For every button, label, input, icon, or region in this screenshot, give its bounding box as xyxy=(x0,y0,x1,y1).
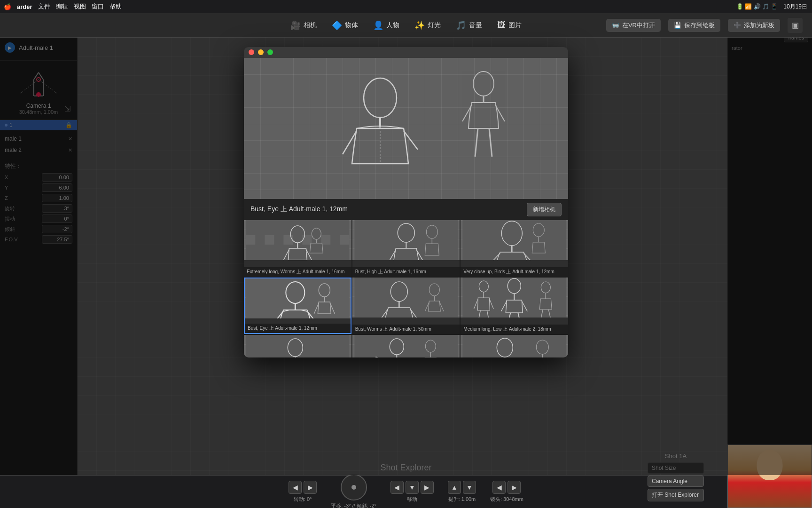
vr-label: 在VR中打开 xyxy=(622,21,655,30)
lens-increase-button[interactable]: ▶ xyxy=(508,481,521,494)
cell-7-figure xyxy=(352,335,460,358)
toolbar-person[interactable]: 👤 人物 xyxy=(373,20,399,31)
toolbar-light[interactable]: ✨ 灯光 xyxy=(414,20,441,31)
bottom-bar: ◀ ▶ 转动: 0° 平移: -3° // 倾斜: -2° ◀ ▼ ▶ 移动 ▲… xyxy=(0,475,812,508)
rotate-right-button[interactable]: ▶ xyxy=(304,481,317,494)
minimize-button[interactable] xyxy=(258,49,264,55)
grid-cell-4-label: Bust, Worms 上 Adult-male 1, 50mm xyxy=(352,325,460,334)
lift-up-button[interactable]: ▲ xyxy=(448,481,461,494)
cell-1-figure xyxy=(352,220,460,260)
macos-top-bar: 🍎 arder 文件 编辑 视图 窗口 帮助 🔋 📶 🔊 🎵 📱 10月19日 xyxy=(0,0,812,13)
maximize-button[interactable] xyxy=(267,49,273,55)
apple-icon: 🍎 xyxy=(4,3,11,10)
menu-view[interactable]: 视图 xyxy=(74,2,86,11)
move-left-button[interactable]: ◀ xyxy=(390,481,404,494)
grid-cell-4[interactable]: Bust, Worms 上 Adult-male 1, 50mm xyxy=(352,278,460,334)
lens-buttons: ◀ ▶ xyxy=(492,481,521,494)
app-name[interactable]: arder xyxy=(17,3,32,10)
grid-cell-7-bg xyxy=(352,335,460,358)
joystick[interactable] xyxy=(341,474,367,500)
svg-rect-82 xyxy=(354,335,458,358)
rotation-label: 转动: 0° xyxy=(294,496,312,503)
cell-0-figure xyxy=(244,220,351,260)
lens-control: ◀ ▶ 镜头: 3048mm xyxy=(490,481,523,503)
grid-cell-2-label: Very close up, Birds 上 Adult-male 1, 12m… xyxy=(461,267,568,277)
svg-point-9 xyxy=(473,71,494,96)
add-board-button[interactable]: ➕ 添加为新板 xyxy=(728,19,780,32)
joystick-control: 平移: -3° // 倾斜: -2° xyxy=(331,474,376,508)
app-toolbar: 🎥 相机 🔷 物体 👤 人物 ✨ 灯光 🎵 音量 🖼 图片 🥽 在VR中打开 💾… xyxy=(0,13,812,38)
save-icon: 💾 xyxy=(674,22,681,29)
date-time: 10月19日 xyxy=(783,3,807,11)
grid-cell-2[interactable]: Very close up, Birds 上 Adult-male 1, 12m… xyxy=(461,220,568,277)
cell-2-figure xyxy=(461,220,568,260)
pan-label: 平移: -3° // 倾斜: -2° xyxy=(331,502,376,508)
camera-angle-button[interactable]: Camera Angle xyxy=(648,476,704,487)
toolbar-object-label: 物体 xyxy=(345,21,358,30)
save-label: 保存到绘板 xyxy=(684,21,715,30)
vr-button[interactable]: 🥽 在VR中打开 xyxy=(606,19,661,32)
grid-cell-8[interactable] xyxy=(461,335,568,358)
image-icon: 🖼 xyxy=(497,20,506,30)
menu-help[interactable]: 帮助 xyxy=(109,2,122,11)
grid-cell-0-label: Extremely long, Worms 上 Adult-male 1, 16… xyxy=(244,267,351,277)
grid-cell-3[interactable]: Bust, Eye 上 Adult-male 1, 12mm xyxy=(244,278,351,334)
grid-cell-6[interactable] xyxy=(244,335,351,358)
object-icon: 🔷 xyxy=(332,20,342,31)
panel-toggle[interactable]: ▣ xyxy=(788,18,803,33)
rotate-left-button[interactable]: ◀ xyxy=(289,481,302,494)
toolbar-camera[interactable]: 🎥 相机 xyxy=(290,20,317,31)
save-board-button[interactable]: 💾 保存到绘板 xyxy=(668,19,720,32)
rotation-control: ◀ ▶ 转动: 0° xyxy=(289,481,317,503)
modal-titlebar xyxy=(244,47,568,58)
move-right-button[interactable]: ▶ xyxy=(421,481,434,494)
lens-decrease-button[interactable]: ◀ xyxy=(492,481,506,494)
grid-cell-3-bg xyxy=(245,278,351,318)
svg-point-15 xyxy=(364,78,397,118)
grid-cell-7[interactable] xyxy=(352,335,460,358)
modal-preview xyxy=(244,58,568,199)
menu-file[interactable]: 文件 xyxy=(38,2,50,11)
vr-icon: 🥽 xyxy=(612,22,619,29)
toolbar-image[interactable]: 🖼 图片 xyxy=(497,20,522,30)
move-control: ◀ ▼ ▶ 移动 xyxy=(390,481,434,503)
toolbar-audio[interactable]: 🎵 音量 xyxy=(456,20,482,31)
lift-buttons: ▲ ▼ xyxy=(448,481,476,494)
grid-cell-0[interactable]: Extremely long, Worms 上 Adult-male 1, 16… xyxy=(244,220,351,277)
person-icon: 👤 xyxy=(373,20,383,31)
toolbar-camera-label: 相机 xyxy=(304,21,317,30)
svg-line-14 xyxy=(489,128,492,157)
light-icon: ✨ xyxy=(414,20,425,31)
lens-label: 镜头: 3048mm xyxy=(490,496,523,503)
joystick-dot xyxy=(351,485,356,490)
modal-info-bar: Bust, Eye 上 Adult-male 1, 12mm 新增相机 xyxy=(244,199,568,220)
grid-cell-0-bg xyxy=(244,220,351,260)
cell-8-figure xyxy=(461,335,568,358)
toolbar-object[interactable]: 🔷 物体 xyxy=(332,20,358,31)
rotation-buttons: ◀ ▶ xyxy=(289,481,317,494)
toolbar-person-label: 人物 xyxy=(386,21,399,30)
grid-cell-2-bg xyxy=(461,220,568,260)
grid-cell-4-bg xyxy=(352,278,460,318)
modal-shot-label: Bust, Eye 上 Adult-male 1, 12mm xyxy=(250,205,348,214)
open-shot-explorer-button[interactable]: 打开 Shot Explorer xyxy=(648,489,704,501)
grid-cell-1[interactable]: Bust, High 上 Adult-male 1, 16mm xyxy=(352,220,460,277)
shot-grid: Extremely long, Worms 上 Adult-male 1, 16… xyxy=(244,220,568,358)
lift-label: 提升: 1.00m xyxy=(448,496,476,503)
close-button[interactable] xyxy=(249,49,254,55)
grid-cell-3-label: Bust, Eye 上 Adult-male 1, 12mm xyxy=(245,324,351,333)
menu-window[interactable]: 窗口 xyxy=(92,2,104,11)
add-camera-button[interactable]: 新增相机 xyxy=(527,203,562,216)
svg-line-13 xyxy=(475,128,478,157)
move-buttons: ◀ ▼ ▶ xyxy=(390,481,434,494)
move-label: 移动 xyxy=(407,496,417,503)
svg-rect-28 xyxy=(354,220,458,260)
move-down-button[interactable]: ▼ xyxy=(406,481,419,494)
menu-edit[interactable]: 编辑 xyxy=(56,2,68,11)
svg-line-11 xyxy=(462,105,472,121)
preview-characters xyxy=(244,58,568,199)
audio-icon: 🎵 xyxy=(456,20,466,31)
add-label: 添加为新板 xyxy=(744,21,774,30)
grid-cell-5[interactable]: Medium long, Low 上 Adult-male 2, 18mm xyxy=(461,278,568,334)
lift-down-button[interactable]: ▼ xyxy=(463,481,476,494)
